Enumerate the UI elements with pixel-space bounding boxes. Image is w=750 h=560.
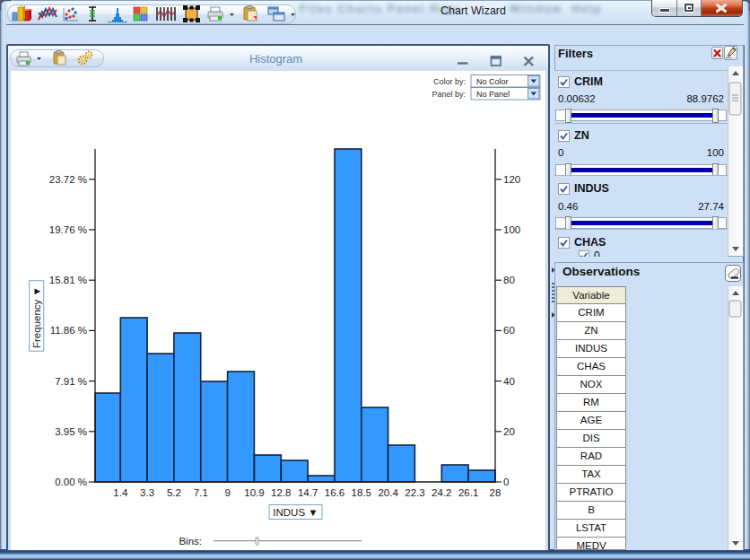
svg-text:9: 9 (224, 487, 230, 498)
svg-text:1.4: 1.4 (113, 487, 128, 498)
svg-text:Color by:: Color by: (433, 77, 466, 86)
svg-text:15.81 %: 15.81 % (49, 275, 87, 285)
svg-text:20.4: 20.4 (378, 487, 398, 498)
svg-text:10.9: 10.9 (244, 487, 264, 498)
svg-text:7.91 %: 7.91 % (55, 376, 87, 387)
svg-text:19.76 %: 19.76 % (49, 224, 87, 235)
svg-text:23.72 %: 23.72 % (49, 174, 87, 185)
svg-text:3.95 %: 3.95 % (55, 426, 87, 437)
svg-text:11.86 %: 11.86 % (50, 325, 87, 336)
svg-text:26.1: 26.1 (458, 487, 478, 498)
svg-text:Bins:: Bins: (179, 536, 202, 547)
svg-text:No Panel: No Panel (476, 90, 510, 99)
svg-text:24.2: 24.2 (432, 487, 451, 498)
svg-text:80: 80 (503, 275, 515, 285)
svg-text:Panel by:: Panel by: (432, 90, 466, 99)
svg-text:18.5: 18.5 (352, 487, 371, 498)
svg-text:14.7: 14.7 (298, 487, 318, 498)
svg-text:12.8: 12.8 (271, 487, 291, 498)
svg-text:INDUS ▼: INDUS ▼ (273, 507, 318, 518)
svg-text:0: 0 (503, 477, 509, 487)
svg-text:20: 20 (503, 426, 515, 437)
svg-text:3.3: 3.3 (140, 487, 154, 498)
svg-text:28: 28 (490, 487, 501, 498)
svg-text:Frequency ▼: Frequency ▼ (31, 286, 42, 348)
svg-text:0.00 %: 0.00 % (55, 477, 87, 487)
svg-text:5.2: 5.2 (167, 487, 181, 498)
svg-text:7.1: 7.1 (194, 487, 208, 498)
svg-text:60: 60 (503, 325, 515, 336)
svg-text:No Color: No Color (476, 77, 509, 86)
svg-text:100: 100 (503, 224, 520, 235)
svg-text:16.6: 16.6 (325, 487, 344, 498)
svg-text:40: 40 (503, 376, 515, 387)
svg-text:120: 120 (503, 174, 520, 185)
svg-text:22.3: 22.3 (405, 487, 424, 498)
